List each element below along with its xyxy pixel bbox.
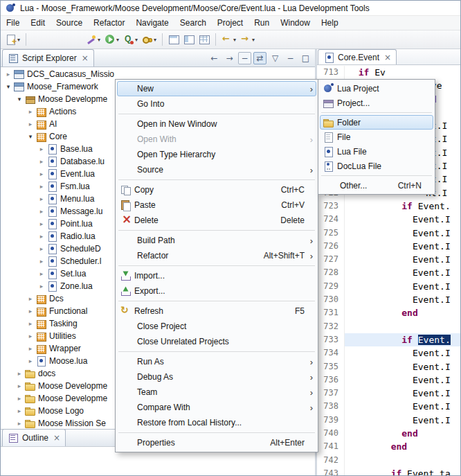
expand-arrow-icon[interactable]: ▸ (26, 295, 35, 302)
menu-item-go-into[interactable]: Go Into (117, 96, 316, 112)
menu-run[interactable]: Run (248, 16, 275, 30)
maximize-icon[interactable]: □ (299, 52, 312, 64)
expand-arrow-icon[interactable]: ▸ (15, 370, 24, 377)
expand-arrow-icon[interactable]: ▸ (37, 146, 46, 152)
menu-item-restore-from-local-history[interactable]: Restore from Local History... (117, 415, 316, 430)
expand-arrow-icon[interactable]: ▸ (37, 233, 46, 240)
link-with-editor-icon[interactable]: ⇄ (253, 52, 266, 64)
menu-source[interactable]: Source (51, 16, 88, 30)
close-icon[interactable]: × (82, 53, 89, 63)
menu-item-other[interactable]: Other...Ctrl+N (320, 178, 433, 193)
expand-arrow-icon[interactable]: ▸ (37, 258, 46, 265)
code-line[interactable]: 736 Event.I (317, 373, 460, 387)
expand-arrow-icon[interactable]: ▾ (15, 96, 24, 103)
expand-arrow-icon[interactable]: ▸ (37, 183, 46, 190)
code-line[interactable]: 742 (317, 454, 460, 467)
menu-item-run-as[interactable]: Run As› (117, 354, 316, 369)
open-task-button[interactable]: ▾ (140, 33, 159, 46)
menu-item-close-unrelated-projects[interactable]: Close Unrelated Projects (117, 334, 316, 349)
menu-search[interactable]: Search (174, 16, 212, 30)
menu-item-import[interactable]: Import... (117, 268, 316, 283)
coverage-button[interactable]: ▾ (121, 33, 140, 46)
code-line[interactable]: 713 if Ev (317, 66, 460, 79)
menu-item-paste[interactable]: PasteCtrl+V (117, 197, 316, 213)
menu-item-refresh[interactable]: RefreshF5 (117, 303, 316, 319)
code-line[interactable]: 725 Event.I (317, 227, 460, 240)
code-line[interactable]: 728 Event.I (317, 266, 460, 279)
menu-item-copy[interactable]: CopyCtrl+C (117, 182, 316, 197)
tab-core-event[interactable]: Core.Event × (318, 49, 397, 64)
code-line[interactable]: 734 Event.I (317, 346, 460, 360)
tab-outline[interactable]: Outline × (2, 429, 66, 446)
menu-item-refactor[interactable]: RefactorAlt+Shift+T› (117, 248, 316, 263)
menu-window[interactable]: Window (275, 16, 316, 30)
menu-item-build-path[interactable]: Build Path› (117, 233, 316, 248)
expand-arrow-icon[interactable]: ▸ (15, 382, 24, 389)
view-menu-icon[interactable]: ▽ (269, 52, 282, 64)
code-line[interactable]: 737 Event.I (317, 387, 460, 400)
menu-item-project[interactable]: Project... (320, 96, 433, 110)
code-line[interactable]: 724 Event.I (317, 213, 460, 226)
collapse-all-icon[interactable]: − (238, 52, 251, 64)
code-line[interactable]: 729 Event.I (317, 280, 460, 293)
menu-item-open-with[interactable]: Open With› (117, 132, 316, 147)
expand-arrow-icon[interactable]: ▾ (26, 133, 35, 140)
menu-item-open-type-hierarchy[interactable]: Open Type Hierarchy (117, 147, 316, 162)
external-tools-button[interactable]: ▾ (84, 33, 102, 46)
code-line[interactable]: 733 if Event. (317, 333, 460, 346)
expand-arrow-icon[interactable]: ▸ (26, 308, 35, 315)
menu-help[interactable]: Help (316, 16, 344, 30)
code-line[interactable]: 723 if Event. (317, 200, 460, 213)
close-icon[interactable]: × (384, 53, 391, 62)
expand-arrow-icon[interactable]: ▸ (3, 71, 13, 78)
menu-item-source[interactable]: Source› (117, 162, 316, 177)
menu-navigate[interactable]: Navigate (130, 16, 174, 30)
code-line[interactable]: 740 end (317, 427, 460, 440)
expand-arrow-icon[interactable]: ▸ (37, 208, 46, 215)
expand-arrow-icon[interactable]: ▸ (15, 395, 24, 402)
code-line[interactable]: 726 Event.I (317, 240, 460, 253)
expand-arrow-icon[interactable]: ▸ (37, 158, 46, 165)
menu-refactor[interactable]: Refactor (88, 16, 130, 30)
expand-arrow-icon[interactable]: ▸ (37, 270, 46, 277)
minimize-icon[interactable]: − (284, 52, 297, 64)
new-wizard-button[interactable]: ▾ (3, 33, 22, 46)
forward-button[interactable]: ▾ (238, 33, 257, 46)
expand-arrow-icon[interactable]: ▸ (15, 420, 24, 427)
editor-window-button[interactable] (166, 33, 181, 46)
menu-project[interactable]: Project (212, 16, 248, 30)
menu-item-folder[interactable]: Folder (320, 115, 433, 130)
menu-item-close-project[interactable]: Close Project (117, 319, 316, 334)
code-line[interactable]: 741 end (317, 440, 460, 453)
editor-split-button[interactable] (181, 33, 197, 46)
editor-grid-button[interactable] (197, 33, 212, 46)
menu-edit[interactable]: Edit (25, 16, 51, 30)
code-line[interactable]: 731 end (317, 306, 460, 319)
expand-arrow-icon[interactable]: ▸ (37, 195, 46, 202)
expand-arrow-icon[interactable]: ▸ (26, 358, 35, 364)
menu-item-debug-as[interactable]: Debug As› (117, 369, 316, 385)
menu-item-properties[interactable]: PropertiesAlt+Enter (117, 435, 316, 450)
menu-item-lua-file[interactable]: Lua File (320, 144, 433, 159)
run-button[interactable]: ▾ (102, 33, 121, 46)
expand-arrow-icon[interactable]: ▸ (37, 170, 46, 177)
expand-arrow-icon[interactable]: ▸ (37, 220, 46, 227)
menu-item-lua-project[interactable]: Lua Project (320, 81, 433, 96)
code-line[interactable]: 735 Event.I (317, 360, 460, 373)
expand-arrow-icon[interactable]: ▸ (37, 283, 46, 290)
menu-item-export[interactable]: Export... (117, 283, 316, 299)
menu-file[interactable]: File (1, 16, 25, 30)
menu-item-delete[interactable]: DeleteDelete (117, 213, 316, 228)
code-line[interactable]: 727 Event.I (317, 253, 460, 266)
expand-arrow-icon[interactable]: ▾ (3, 83, 13, 90)
expand-arrow-icon[interactable]: ▸ (15, 407, 24, 414)
menu-item-file[interactable]: File (320, 130, 433, 144)
menu-item-team[interactable]: Team› (117, 385, 316, 400)
forward-arrow-icon[interactable]: → (223, 52, 236, 64)
back-arrow-icon[interactable]: ← (208, 52, 221, 64)
menu-item-open-in-new-window[interactable]: Open in New Window (117, 116, 316, 132)
expand-arrow-icon[interactable]: ▸ (26, 320, 35, 327)
back-button[interactable]: ▾ (219, 33, 238, 46)
code-line[interactable]: 732 (317, 320, 460, 333)
expand-arrow-icon[interactable]: ▸ (26, 333, 35, 340)
